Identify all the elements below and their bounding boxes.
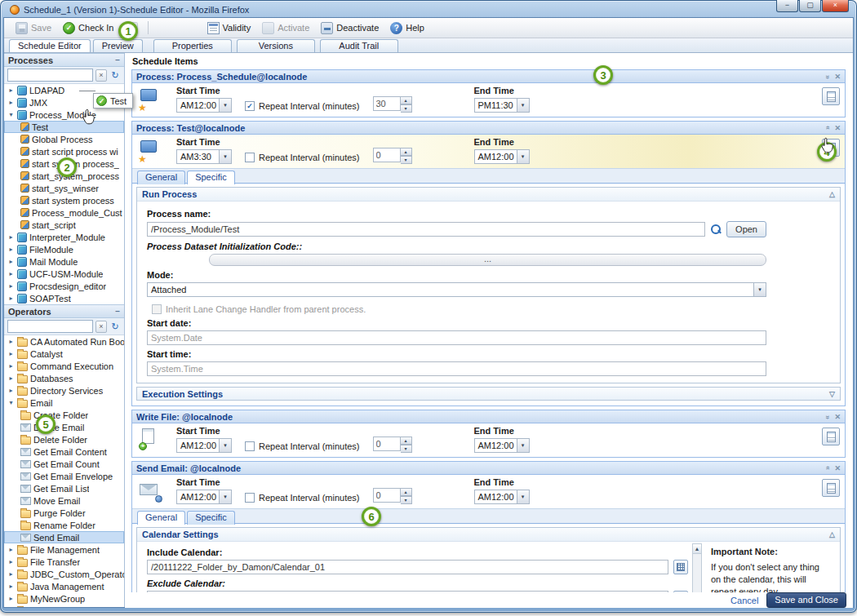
collapse-icon[interactable]: »	[824, 466, 832, 469]
expander-icon[interactable]: ▸	[7, 99, 15, 106]
expander-icon[interactable]: ▸	[7, 270, 15, 277]
canc​el-link[interactable]: Cancel	[730, 596, 758, 605]
collapse-panel-icon[interactable]: △	[829, 190, 835, 198]
operators-search-input[interactable]	[7, 320, 93, 333]
tab-audit-trail[interactable]: Audit Trail	[320, 39, 398, 52]
collapse-icon[interactable]: »	[824, 74, 832, 78]
dropdown-arrow-icon[interactable]: ▾	[517, 150, 529, 163]
close-section-icon[interactable]: ✕	[834, 73, 841, 81]
repeat-interval-row[interactable]: ✓ Repeat Interval (minutes)	[245, 99, 360, 113]
deactivate-button[interactable]: Deactivate	[316, 20, 384, 36]
tree-item[interactable]: Rename Folder	[4, 519, 124, 531]
minimize-button[interactable]: −	[776, 0, 798, 12]
close-button[interactable]: ×	[822, 0, 849, 12]
tree-item[interactable]: ▸Directory Services	[4, 384, 124, 397]
refresh-icon[interactable]: ↻	[109, 321, 121, 333]
tree-item[interactable]: Get Email List	[4, 482, 124, 494]
tree-item[interactable]: start system process	[4, 194, 124, 206]
repeat-spinner[interactable]: ▴▾	[373, 96, 412, 111]
expander-icon[interactable]: ▾	[7, 399, 15, 406]
save-button[interactable]: Save	[11, 20, 56, 36]
activate-button[interactable]: Activate	[257, 20, 314, 36]
tree-item-selected[interactable]: Test	[4, 121, 124, 133]
tree-item[interactable]: ▸Databases	[4, 372, 124, 384]
spinner-buttons[interactable]: ▴▾	[401, 488, 412, 503]
tree-item[interactable]: ▸Interpreter_Module	[4, 231, 124, 243]
tree-item[interactable]: ▾Network Utilities	[4, 605, 124, 607]
dropdown-arrow-icon[interactable]: ▾	[219, 150, 231, 163]
repeat-checkbox[interactable]	[245, 441, 255, 451]
save-and-close-button[interactable]: Save and Close	[766, 592, 846, 608]
dataset-code-button[interactable]: ...	[209, 254, 766, 266]
expander-icon[interactable]: ▸	[7, 546, 15, 553]
spin-up-icon[interactable]: ▴	[401, 148, 412, 156]
help-button[interactable]: ? Help	[385, 20, 429, 36]
item-details-button[interactable]	[822, 479, 840, 497]
end-time-select[interactable]: AM12:00▾	[474, 149, 530, 164]
tree-item[interactable]: Get Email Content	[4, 445, 124, 458]
tree-item[interactable]: ▸FileModule	[4, 243, 124, 255]
processes-search-input[interactable]	[7, 69, 93, 82]
tree-item[interactable]: ▸UCF-USM-Module	[4, 268, 124, 280]
spin-up-icon[interactable]: ▴	[401, 437, 412, 445]
item-details-button[interactable]	[822, 87, 840, 105]
tree-item[interactable]: Process_module_Cust	[4, 206, 124, 219]
tree-item-selected[interactable]: Send Email	[4, 531, 124, 543]
repeat-spinner[interactable]: ▴▾	[373, 148, 412, 162]
tree-item[interactable]: ▸SOAPTest	[4, 292, 124, 304]
collapse-icon[interactable]: »	[824, 126, 832, 129]
tree-item[interactable]: ▸Java Management	[4, 580, 124, 592]
panel-minimize-icon[interactable]: −	[115, 307, 120, 316]
dropdown-arrow-icon[interactable]: ▾	[219, 99, 231, 112]
repeat-spinner[interactable]: ▴▾	[373, 488, 412, 503]
repeat-value-input[interactable]	[373, 437, 401, 451]
end-time-select[interactable]: PM11:30▾	[474, 98, 530, 113]
spinner-buttons[interactable]: ▴▾	[401, 148, 412, 162]
expander-icon[interactable]: ▸	[7, 86, 15, 94]
validity-button[interactable]: Validity	[202, 20, 256, 36]
spin-down-icon[interactable]: ▾	[401, 445, 412, 453]
tree-item[interactable]: ▸Catalyst	[4, 348, 124, 360]
tree-item[interactable]: Purge Folder	[4, 507, 124, 519]
repeat-value-input[interactable]	[373, 148, 401, 162]
spin-down-icon[interactable]: ▾	[401, 104, 412, 113]
repeat-interval-row[interactable]: Repeat Interval (minutes)	[245, 490, 360, 504]
tab-schedule-editor[interactable]: Schedule Editor	[9, 39, 91, 52]
repeat-interval-row[interactable]: Repeat Interval (minutes)	[245, 150, 360, 164]
repeat-interval-row[interactable]: Repeat Interval (minutes)	[245, 439, 360, 453]
spin-down-icon[interactable]: ▾	[401, 156, 412, 164]
tree-item[interactable]: ▸MyNewGroup	[4, 592, 124, 605]
item-details-button[interactable]	[822, 428, 840, 445]
expander-icon[interactable]: ▸	[7, 387, 15, 394]
spinner-buttons[interactable]: ▴▾	[401, 96, 412, 111]
repeat-value-input[interactable]	[373, 96, 401, 111]
tree-item[interactable]: ▸File Transfer	[4, 556, 124, 568]
dropdown-arrow-icon[interactable]: ▾	[219, 490, 231, 503]
start-time-select[interactable]: AM12:00▾	[176, 490, 232, 504]
tree-item[interactable]: ▸Procsdesign_editor	[4, 280, 124, 292]
expander-icon[interactable]: ▸	[7, 374, 15, 382]
tree-item[interactable]: Delete Email	[4, 421, 124, 433]
tree-item[interactable]: Global Process	[4, 133, 124, 145]
refresh-icon[interactable]: ↻	[109, 69, 121, 82]
search-icon[interactable]	[710, 224, 722, 235]
repeat-checkbox[interactable]	[245, 153, 255, 162]
repeat-checkbox[interactable]	[245, 493, 255, 503]
tree-item[interactable]: start_sys_winser	[4, 182, 124, 194]
tree-item[interactable]: Move Email	[4, 494, 124, 507]
expander-icon[interactable]: ▸	[7, 362, 15, 370]
dropdown-arrow-icon[interactable]: ▾	[517, 490, 529, 503]
tab-specific[interactable]: Specific	[187, 171, 235, 184]
execution-settings-header[interactable]: Execution Settings ▽	[136, 387, 841, 401]
tree-item[interactable]: Delete Folder	[4, 433, 124, 445]
expander-icon[interactable]: ▸	[7, 570, 15, 578]
spin-down-icon[interactable]: ▾	[401, 496, 412, 504]
expander-icon[interactable]: ▸	[7, 258, 15, 265]
tree-item[interactable]: ▾Process_Module	[4, 109, 124, 121]
close-section-icon[interactable]: ✕	[834, 464, 841, 472]
expander-icon[interactable]: ▸	[7, 595, 15, 602]
tree-item[interactable]: ▸File Management	[4, 543, 124, 556]
clear-search-icon[interactable]: ×	[95, 321, 107, 333]
tab-properties[interactable]: Properties	[153, 39, 232, 52]
end-time-select[interactable]: AM12:00▾	[474, 438, 530, 453]
